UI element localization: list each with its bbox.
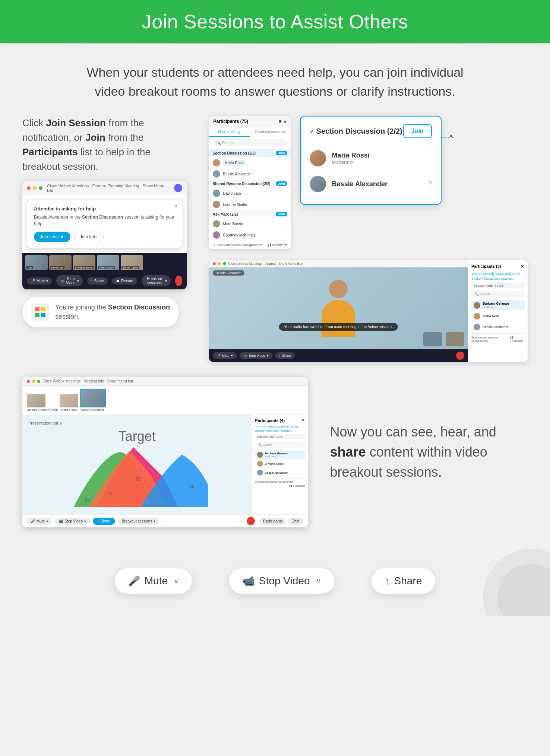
- pres-search[interactable]: 🔍 Search: [255, 442, 305, 448]
- participant-bessie-1: Bessie Alexander: [209, 168, 291, 180]
- thumb-label-2: David Lam: [50, 266, 64, 269]
- notification-popup: ✕ Attendee is asking for help Bessie Ale…: [27, 200, 182, 248]
- status-banner: Your audio has switched from main meetin…: [279, 323, 398, 331]
- dialog-join-button[interactable]: Join: [403, 124, 432, 138]
- breakout-assign-link[interactable]: ⊞ Breakout session assignments: [213, 243, 262, 247]
- share-btn-top[interactable]: ↑ Share: [87, 277, 108, 285]
- join-badge-1[interactable]: Join: [276, 151, 287, 155]
- record-btn-top[interactable]: ⏺ Record: [112, 277, 137, 285]
- panel-controls: ⊕ ≡: [278, 119, 286, 124]
- dot-2: [41, 307, 45, 311]
- pres-chat-btn[interactable]: Chat: [288, 518, 303, 525]
- bottom-buttons-section: 🎤 Mute ∨ 📹 Stop Video ∨ ↑ Share: [0, 550, 550, 616]
- join-later-button[interactable]: Join later: [74, 232, 104, 242]
- pres-name-maria: Maria Rossi: [60, 408, 78, 412]
- mute-icon: 🎤: [128, 575, 140, 587]
- stop-video-floating-btn[interactable]: 📹 Stop Video ∨: [229, 568, 334, 594]
- mute-btn-top[interactable]: 🎤 Mute ▾: [27, 277, 52, 285]
- pres-breakout-btn[interactable]: Breakout sessions ▾: [118, 518, 159, 525]
- pres-mute-btn[interactable]: 🎤 Mute ▾: [27, 518, 52, 525]
- svg-text:90: 90: [189, 484, 195, 489]
- dialog-role-maria: Moderator: [332, 159, 370, 165]
- share-floating-icon: ↑: [385, 575, 390, 587]
- pp-name-u-bessie: Bessie Alexander: [265, 471, 288, 474]
- pp-row-u-maria: U Maria Rossi: [255, 460, 305, 468]
- end-call-btn-top[interactable]: [175, 276, 182, 286]
- stop-video-label: Stop Video: [66, 277, 75, 285]
- main-content: Click Join Session from the notification…: [0, 116, 550, 550]
- pres-broadcast-footer[interactable]: 📢 Broadcast: [289, 485, 304, 487]
- breakout-btn-top[interactable]: Breakout sessions ▾: [142, 275, 171, 286]
- breakout-mute-btn[interactable]: 🎤 Mute ▾: [213, 352, 237, 359]
- breakout-share-btn[interactable]: ↑ Share: [275, 352, 295, 359]
- pres-mute-label: Mute: [37, 519, 45, 523]
- dot-4: [41, 313, 45, 317]
- name-david: David Lam: [223, 191, 241, 196]
- breakout-panel-close-icon[interactable]: ✕: [520, 263, 525, 269]
- breakout-end-btn[interactable]: [456, 352, 464, 360]
- right-content-column: Participants (75) ⊕ ≡ Main meeting Break…: [209, 116, 528, 362]
- pres-max-btn[interactable]: [37, 380, 40, 383]
- win-min-btn[interactable]: [33, 186, 37, 190]
- pres-thumb-video-bessie: [80, 389, 106, 407]
- pres-assign-footer[interactable]: ⊞ Breakout session assignments: [255, 480, 294, 483]
- dialog-participant-bessie: Bessie Alexander ?: [310, 171, 432, 197]
- breakout-broadcast-footer[interactable]: 📢 Broadcast: [510, 336, 525, 343]
- win-max-btn[interactable]: [39, 186, 42, 190]
- tab-main-meeting[interactable]: Main meeting: [209, 127, 250, 137]
- mute-label: Mute: [37, 279, 45, 283]
- tab-breakout-sessions[interactable]: Breakout sessions: [250, 127, 291, 137]
- pres-end-btn[interactable]: [247, 517, 255, 525]
- breakout-assign-footer[interactable]: ⊞ Breakout session assignments: [471, 336, 508, 343]
- breakout-search[interactable]: 🔍 Search: [471, 291, 525, 297]
- bp-name-bessie: Bessie Alexander: [483, 325, 509, 329]
- breakout-label: Breakout sessions: [145, 277, 164, 285]
- panel-ctrl-2[interactable]: ≡: [284, 119, 286, 124]
- share-label: Share: [94, 279, 104, 283]
- thumb-label-5: Simon Castro: [121, 266, 139, 269]
- breakout-min-btn[interactable]: [218, 262, 221, 265]
- pres-description-text: Now you can see, hear, and share content…: [330, 422, 520, 482]
- pres-video-btn[interactable]: 📹 Stop Video ▾: [55, 518, 90, 525]
- breakout-share-label: Share: [282, 354, 291, 358]
- pres-share-icon: ↑: [97, 519, 99, 523]
- pres-thumb-bessie: Bessie Alexander: [80, 389, 106, 412]
- bp-avatar-bessie: [474, 324, 480, 330]
- chevron-down-icon-3: ▾: [165, 279, 167, 283]
- share-floating-btn[interactable]: ↑ Share: [372, 568, 436, 594]
- breakout-max-btn[interactable]: [223, 262, 226, 265]
- search-input-mock[interactable]: 🔍 Search: [213, 139, 287, 146]
- close-icon[interactable]: ✕: [174, 203, 178, 209]
- pres-participants-header: Barbara German (Host) Maria Rossi Bessie…: [22, 386, 308, 415]
- breakout-close-btn[interactable]: [213, 262, 216, 265]
- pres-file-name: Presentation.pdf ∨: [28, 421, 246, 426]
- win-close-btn[interactable]: [27, 186, 31, 190]
- pres-min-btn[interactable]: [32, 380, 35, 383]
- bp-row-bessie: Bessie Alexander: [471, 322, 525, 332]
- pres-name-barbara: Barbara German (Host): [27, 408, 58, 412]
- stop-video-btn-top[interactable]: 📹 Stop Video ▾: [56, 275, 82, 286]
- breakout-video-icon: 📹: [243, 354, 247, 358]
- pres-timer: Session time: 19:24: [255, 434, 305, 439]
- broadcast-link[interactable]: 📢 Broadcast: [267, 243, 287, 247]
- breakout-video-btn[interactable]: 📹 Stop Video ▾: [240, 352, 272, 359]
- pres-video-icon: 📹: [59, 519, 63, 523]
- pres-close-btn[interactable]: [27, 380, 30, 383]
- pp-info-barbara: Barbara German Host, You: [265, 452, 288, 458]
- pres-participants-btn[interactable]: Participants: [259, 518, 286, 525]
- panel-ctrl-1[interactable]: ⊕: [278, 119, 282, 124]
- join-badge-2[interactable]: Join: [276, 181, 287, 186]
- pres-share-btn[interactable]: ↑ Share: [93, 518, 115, 525]
- mute-floating-btn[interactable]: 🎤 Mute ∨: [115, 568, 192, 594]
- thumb-label-3: Brandon Burke: [74, 266, 94, 269]
- participant-david: David Lam: [209, 188, 291, 199]
- stop-video-floating-label: Stop Video: [259, 575, 310, 587]
- titlebar-avatar: [174, 184, 182, 192]
- pres-chevron-breakout: ▾: [154, 519, 155, 523]
- join-badge-3[interactable]: Join: [276, 212, 287, 216]
- pres-more-icon[interactable]: ···: [162, 518, 166, 524]
- small-thumb-2: [446, 332, 464, 346]
- join-session-button[interactable]: Join session: [34, 232, 70, 242]
- pres-panel-close-icon[interactable]: ✕: [301, 418, 305, 423]
- thumb-label-1: You: [26, 266, 33, 269]
